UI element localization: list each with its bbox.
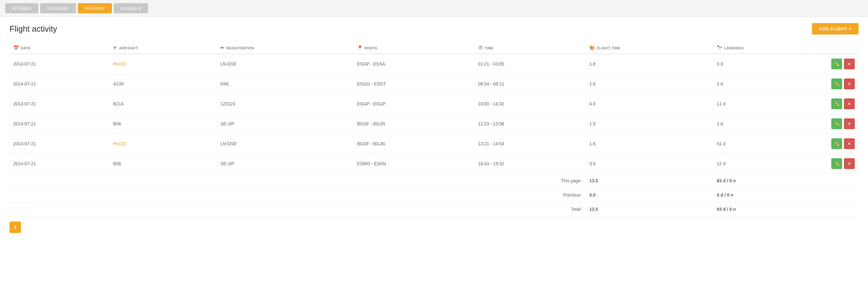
- delete-button-4[interactable]: ✕: [844, 138, 855, 149]
- cell-flighttime-3: 1.5: [586, 114, 713, 134]
- summary-label-total: Total:: [474, 202, 586, 216]
- edit-button-3[interactable]: ✏️: [831, 118, 842, 129]
- route-header-icon: 📍: [357, 45, 363, 50]
- summary-row-this-page: This page: 13.5 83 d / 0 n: [9, 174, 859, 188]
- delete-button-1[interactable]: ✕: [844, 78, 855, 89]
- col-header-flighttime: 🎨FLIGHT TIME: [586, 42, 713, 54]
- flights-table: 📅DATE✈AIRCRAFT✏REGISTRATION📍ROUTE⏱TIME🎨F…: [9, 42, 859, 216]
- summary-empty-3-previous: [217, 188, 353, 202]
- cell-route-4: BGSF - BGJN: [353, 134, 474, 154]
- tab-helicopter[interactable]: Helicopter: [78, 3, 112, 13]
- cell-time-2: 10:00 - 14:32: [474, 94, 586, 114]
- edit-button-5[interactable]: ✏️: [831, 158, 842, 169]
- cell-aircraft-1: A139: [109, 74, 217, 94]
- cell-registration-3: SE-JIP: [217, 114, 353, 134]
- pagination: 1: [9, 221, 859, 233]
- cell-date-1: 2014-07-21: [9, 74, 109, 94]
- cell-time-4: 13:21 - 14:54: [474, 134, 586, 154]
- summary-landings-total: 83 d / 0 n: [713, 202, 827, 216]
- cell-route-1: ESGG - ESGT: [353, 74, 474, 94]
- cell-registration-4: LN-DSE: [217, 134, 353, 154]
- summary-actions-total: [827, 202, 859, 216]
- table-header-row: 📅DATE✈AIRCRAFT✏REGISTRATION📍ROUTE⏱TIME🎨F…: [9, 42, 859, 54]
- top-tabs-bar: All FlightsGyrocopterHelicopterLandplane: [0, 0, 868, 17]
- summary-time-this-page: 13.5: [586, 174, 713, 188]
- summary-label-this-page: This page:: [474, 174, 586, 188]
- cell-aircraft-3: B06: [109, 114, 217, 134]
- cell-aircraft-5: B06: [109, 154, 217, 174]
- summary-actions-previous: [827, 188, 859, 202]
- cell-flighttime-1: 1.6: [586, 74, 713, 94]
- table-row: 2014-07-21HUCOLN-DSEESGP - ESSA01:21 - 0…: [9, 54, 859, 74]
- add-flight-button[interactable]: ADD FLIGHT +: [812, 23, 859, 34]
- col-header-actions: [827, 42, 859, 54]
- cell-aircraft-0[interactable]: HUCO: [109, 54, 217, 74]
- cell-flighttime-5: 3.0: [586, 154, 713, 174]
- cell-time-0: 01:21 - 03:05: [474, 54, 586, 74]
- col-header-registration: ✏REGISTRATION: [217, 42, 353, 54]
- table-row: 2014-07-21HUCOLN-DSEBGSF - BGJN13:21 - 1…: [9, 134, 859, 154]
- edit-button-0[interactable]: ✏️: [831, 59, 842, 69]
- summary-empty-2-total: [109, 202, 217, 216]
- cell-time-1: 06:54 - 08:11: [474, 74, 586, 94]
- cell-date-0: 2014-07-21: [9, 54, 109, 74]
- cell-landings-5: 12 d: [713, 154, 827, 174]
- cell-registration-2: 123123: [217, 94, 353, 114]
- cell-actions-1: ✏️ ✕: [827, 74, 859, 94]
- delete-button-0[interactable]: ✕: [844, 59, 855, 69]
- tab-all-flights[interactable]: All Flights: [5, 3, 38, 13]
- cell-aircraft-4[interactable]: HUCO: [109, 134, 217, 154]
- cell-aircraft-2: B214: [109, 94, 217, 114]
- summary-empty-3-this-page: [217, 174, 353, 188]
- edit-button-4[interactable]: ✏️: [831, 138, 842, 149]
- tab-gyrocopter[interactable]: Gyrocopter: [40, 3, 76, 13]
- col-header-aircraft: ✈AIRCRAFT: [109, 42, 217, 54]
- table-row: 2014-07-21B214123123ESGP - ESGP10:00 - 1…: [9, 94, 859, 114]
- cell-actions-3: ✏️ ✕: [827, 114, 859, 134]
- summary-empty-1-previous: [9, 188, 109, 202]
- table-row: 2014-07-21A139KMLESGG - ESGT06:54 - 08:1…: [9, 74, 859, 94]
- page-title: Flight activity: [9, 24, 57, 34]
- cell-route-5: ESMO - ESKN: [353, 154, 474, 174]
- aircraft-header-icon: ✈: [113, 45, 117, 50]
- cell-actions-2: ✏️ ✕: [827, 94, 859, 114]
- cell-landings-3: 1 d: [713, 114, 827, 134]
- summary-empty-2-previous: [109, 188, 217, 202]
- landings-header-icon: 🔭: [717, 45, 723, 50]
- delete-button-2[interactable]: ✕: [844, 98, 855, 109]
- col-header-time: ⏱TIME: [474, 42, 586, 54]
- cell-time-5: 16:43 - 19:32: [474, 154, 586, 174]
- cell-time-3: 12:23 - 13:58: [474, 114, 586, 134]
- summary-empty-4-total: [353, 202, 474, 216]
- summary-empty-2-this-page: [109, 174, 217, 188]
- summary-row-previous: Previous: 0.0 0 d / 0 n: [9, 188, 859, 202]
- col-header-route: 📍ROUTE: [353, 42, 474, 54]
- cell-registration-5: SE-JIP: [217, 154, 353, 174]
- cell-flighttime-4: 1.6: [586, 134, 713, 154]
- time-header-icon: ⏱: [478, 45, 483, 50]
- cell-registration-1: KML: [217, 74, 353, 94]
- table-row: 2014-07-21B06SE-JIPBGSF - BGJN12:23 - 13…: [9, 114, 859, 134]
- cell-date-3: 2014-07-21: [9, 114, 109, 134]
- delete-button-3[interactable]: ✕: [844, 118, 855, 129]
- cell-date-5: 2014-07-21: [9, 154, 109, 174]
- cell-date-2: 2014-07-21: [9, 94, 109, 114]
- table-row: 2014-07-21B06SE-JIPESMO - ESKN16:43 - 19…: [9, 154, 859, 174]
- page-header: Flight activity ADD FLIGHT +: [9, 23, 859, 34]
- summary-landings-previous: 0 d / 0 n: [713, 188, 827, 202]
- page-1-button[interactable]: 1: [9, 221, 21, 233]
- cell-registration-0: LN-DSE: [217, 54, 353, 74]
- cell-route-2: ESGP - ESGP: [353, 94, 474, 114]
- summary-empty-4-this-page: [353, 174, 474, 188]
- delete-button-5[interactable]: ✕: [844, 158, 855, 169]
- tab-landplane[interactable]: Landplane: [114, 3, 148, 13]
- summary-empty-1-total: [9, 202, 109, 216]
- edit-button-1[interactable]: ✏️: [831, 78, 842, 89]
- summary-row-total: Total: 13.5 83 d / 0 n: [9, 202, 859, 216]
- cell-route-0: ESGP - ESSA: [353, 54, 474, 74]
- summary-empty-4-previous: [353, 188, 474, 202]
- cell-date-4: 2014-07-21: [9, 134, 109, 154]
- date-header-icon: 📅: [13, 45, 19, 50]
- edit-button-2[interactable]: ✏️: [831, 98, 842, 109]
- summary-landings-this-page: 83 d / 0 n: [713, 174, 827, 188]
